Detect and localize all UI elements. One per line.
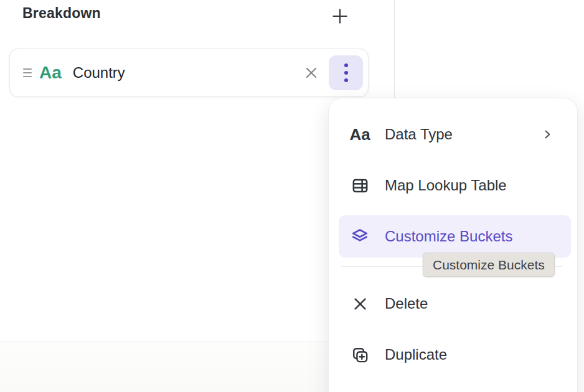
drag-handle-icon[interactable] bbox=[23, 68, 32, 77]
panel-divider bbox=[394, 0, 395, 98]
menu-item-label: Map Lookup Table bbox=[385, 177, 571, 194]
customize-buckets-tooltip: Customize Buckets bbox=[423, 253, 555, 277]
breakdown-field-card: Aa Country bbox=[9, 49, 369, 97]
copy-plus-icon bbox=[350, 345, 370, 365]
more-options-button[interactable] bbox=[329, 55, 363, 90]
x-icon bbox=[350, 294, 370, 314]
menu-item-delete[interactable]: Delete bbox=[339, 282, 571, 325]
chevron-right-icon bbox=[541, 128, 553, 141]
text-type-badge: Aa bbox=[39, 64, 62, 82]
menu-item-customize-buckets[interactable]: Customize Buckets bbox=[339, 215, 571, 258]
menu-item-label: Delete bbox=[385, 295, 571, 312]
layers-icon bbox=[350, 226, 370, 246]
panel-footer-area bbox=[0, 342, 329, 392]
close-icon bbox=[303, 65, 319, 81]
menu-item-label: Data Type bbox=[385, 126, 541, 143]
breakdown-panel: Breakdown Aa Country Aa bbox=[0, 0, 584, 392]
menu-item-label: Customize Buckets bbox=[385, 228, 571, 245]
field-label: Country bbox=[73, 64, 125, 82]
menu-item-map-lookup-table[interactable]: Map Lookup Table bbox=[339, 164, 571, 207]
kebab-menu-icon bbox=[344, 63, 348, 82]
menu-item-label: Duplicate bbox=[385, 346, 571, 363]
aa-text-icon: Aa bbox=[350, 124, 370, 144]
field-options-menu: Aa Data Type Map Lookup Table bbox=[328, 98, 578, 392]
plus-icon bbox=[331, 7, 349, 26]
table-icon bbox=[350, 175, 370, 195]
menu-item-duplicate[interactable]: Duplicate bbox=[339, 334, 571, 376]
remove-field-button[interactable] bbox=[303, 64, 320, 82]
menu-item-data-type[interactable]: Aa Data Type bbox=[339, 113, 571, 156]
add-breakdown-button[interactable] bbox=[329, 5, 351, 27]
page-title: Breakdown bbox=[22, 5, 101, 22]
